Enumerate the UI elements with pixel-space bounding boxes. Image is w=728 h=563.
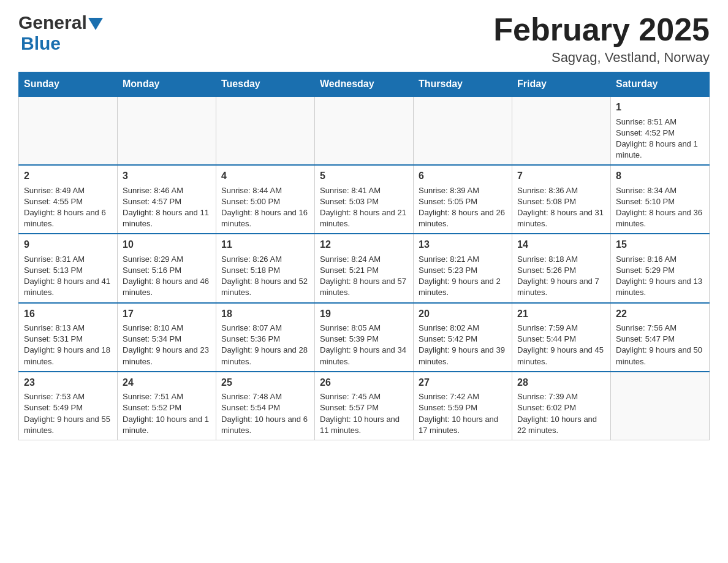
day-number: 23 — [24, 376, 112, 389]
calendar-week-row: 23Sunrise: 7:53 AMSunset: 5:49 PMDayligh… — [19, 372, 710, 440]
calendar-header-row: SundayMondayTuesdayWednesdayThursdayFrid… — [19, 72, 710, 97]
day-info-text: Sunrise: 7:45 AM — [320, 391, 408, 402]
day-info-text: Daylight: 9 hours and 28 minutes. — [221, 345, 309, 367]
day-info-text: Daylight: 8 hours and 57 minutes. — [320, 276, 408, 298]
day-info-text: Sunrise: 7:42 AM — [419, 391, 507, 402]
location-text: Sagvag, Vestland, Norway — [493, 50, 710, 66]
day-number: 21 — [517, 307, 605, 321]
logo-blue-text: Blue — [21, 33, 61, 53]
day-info-text: Daylight: 9 hours and 7 minutes. — [517, 276, 605, 298]
day-info-text: Sunrise: 8:26 AM — [221, 254, 309, 265]
day-info-text: Daylight: 9 hours and 2 minutes. — [419, 276, 507, 298]
day-info-text: Sunset: 5:16 PM — [123, 265, 211, 276]
day-number: 10 — [123, 238, 211, 251]
calendar-cell: 22Sunrise: 7:56 AMSunset: 5:47 PMDayligh… — [611, 303, 710, 372]
day-info-text: Sunset: 5:13 PM — [24, 265, 112, 276]
day-info-text: Sunset: 5:31 PM — [24, 334, 112, 345]
day-number: 22 — [616, 307, 704, 321]
day-number: 15 — [616, 238, 704, 251]
calendar-cell: 7Sunrise: 8:36 AMSunset: 5:08 PMDaylight… — [512, 165, 611, 234]
day-info-text: Sunrise: 7:56 AM — [616, 323, 704, 334]
logo-arrow-icon — [88, 18, 103, 30]
day-number: 1 — [616, 101, 704, 114]
day-info-text: Daylight: 10 hours and 11 minutes. — [320, 414, 408, 436]
day-info-text: Daylight: 8 hours and 6 minutes. — [24, 207, 112, 229]
calendar-cell: 27Sunrise: 7:42 AMSunset: 5:59 PMDayligh… — [414, 372, 512, 440]
day-info-text: Sunset: 4:55 PM — [24, 196, 112, 207]
day-number: 3 — [123, 169, 211, 183]
calendar-cell: 6Sunrise: 8:39 AMSunset: 5:05 PMDaylight… — [414, 165, 512, 234]
weekday-header-saturday: Saturday — [611, 72, 710, 97]
day-info-text: Daylight: 8 hours and 41 minutes. — [24, 276, 112, 298]
calendar-cell: 20Sunrise: 8:02 AMSunset: 5:42 PMDayligh… — [414, 303, 512, 372]
calendar-cell — [512, 96, 611, 165]
day-info-text: Daylight: 10 hours and 1 minute. — [123, 414, 211, 436]
calendar-cell — [611, 372, 710, 440]
calendar-cell: 23Sunrise: 7:53 AMSunset: 5:49 PMDayligh… — [19, 372, 118, 440]
day-info-text: Sunset: 5:52 PM — [123, 402, 211, 413]
day-number: 25 — [221, 376, 309, 389]
day-info-text: Sunset: 5:39 PM — [320, 334, 408, 345]
day-number: 17 — [123, 307, 211, 321]
calendar-cell: 2Sunrise: 8:49 AMSunset: 4:55 PMDaylight… — [19, 165, 118, 234]
day-info-text: Daylight: 8 hours and 46 minutes. — [123, 276, 211, 298]
day-number: 13 — [419, 238, 507, 251]
day-info-text: Sunrise: 7:48 AM — [221, 391, 309, 402]
calendar-cell: 13Sunrise: 8:21 AMSunset: 5:23 PMDayligh… — [414, 234, 512, 302]
day-info-text: Sunset: 5:49 PM — [24, 402, 112, 413]
calendar-cell — [216, 96, 315, 165]
calendar-cell: 15Sunrise: 8:16 AMSunset: 5:29 PMDayligh… — [611, 234, 710, 302]
day-info-text: Sunset: 5:44 PM — [517, 334, 605, 345]
day-info-text: Sunset: 5:29 PM — [616, 265, 704, 276]
day-info-text: Daylight: 8 hours and 52 minutes. — [221, 276, 309, 298]
logo: General Blue — [18, 12, 103, 54]
calendar-cell: 5Sunrise: 8:41 AMSunset: 5:03 PMDaylight… — [315, 165, 414, 234]
day-info-text: Daylight: 9 hours and 34 minutes. — [320, 345, 408, 367]
day-number: 18 — [221, 307, 309, 321]
day-info-text: Sunrise: 8:02 AM — [419, 323, 507, 334]
day-number: 14 — [517, 238, 605, 251]
day-info-text: Sunset: 5:23 PM — [419, 265, 507, 276]
day-info-text: Sunset: 5:36 PM — [221, 334, 309, 345]
day-info-text: Daylight: 8 hours and 1 minute. — [616, 139, 704, 161]
weekday-header-tuesday: Tuesday — [216, 72, 315, 97]
day-info-text: Sunrise: 8:41 AM — [320, 185, 408, 196]
day-info-text: Daylight: 9 hours and 18 minutes. — [24, 345, 112, 367]
day-number: 16 — [24, 307, 112, 321]
day-info-text: Daylight: 9 hours and 23 minutes. — [123, 345, 211, 367]
day-info-text: Sunset: 5:00 PM — [221, 196, 309, 207]
day-number: 19 — [320, 307, 408, 321]
calendar-cell: 9Sunrise: 8:31 AMSunset: 5:13 PMDaylight… — [19, 234, 118, 302]
day-info-text: Sunrise: 7:53 AM — [24, 391, 112, 402]
day-info-text: Daylight: 10 hours and 17 minutes. — [419, 414, 507, 436]
day-info-text: Sunset: 6:02 PM — [517, 402, 605, 413]
day-info-text: Daylight: 8 hours and 16 minutes. — [221, 207, 309, 229]
day-number: 24 — [123, 376, 211, 389]
weekday-header-friday: Friday — [512, 72, 611, 97]
day-info-text: Sunset: 5:47 PM — [616, 334, 704, 345]
day-info-text: Sunset: 4:52 PM — [616, 128, 704, 139]
day-info-text: Sunrise: 8:13 AM — [24, 323, 112, 334]
calendar-week-row: 1Sunrise: 8:51 AMSunset: 4:52 PMDaylight… — [19, 96, 710, 165]
calendar-cell: 11Sunrise: 8:26 AMSunset: 5:18 PMDayligh… — [216, 234, 315, 302]
day-info-text: Sunrise: 8:36 AM — [517, 185, 605, 196]
calendar-cell: 14Sunrise: 8:18 AMSunset: 5:26 PMDayligh… — [512, 234, 611, 302]
day-info-text: Daylight: 9 hours and 39 minutes. — [419, 345, 507, 367]
calendar-cell: 17Sunrise: 8:10 AMSunset: 5:34 PMDayligh… — [118, 303, 216, 372]
day-info-text: Sunrise: 7:51 AM — [123, 391, 211, 402]
day-number: 20 — [419, 307, 507, 321]
calendar-cell: 3Sunrise: 8:46 AMSunset: 4:57 PMDaylight… — [118, 165, 216, 234]
day-number: 5 — [320, 169, 408, 183]
day-number: 7 — [517, 169, 605, 183]
calendar-cell: 8Sunrise: 8:34 AMSunset: 5:10 PMDaylight… — [611, 165, 710, 234]
calendar-cell: 10Sunrise: 8:29 AMSunset: 5:16 PMDayligh… — [118, 234, 216, 302]
day-info-text: Sunrise: 8:51 AM — [616, 117, 704, 128]
day-info-text: Sunrise: 8:24 AM — [320, 254, 408, 265]
weekday-header-wednesday: Wednesday — [315, 72, 414, 97]
day-info-text: Sunrise: 8:18 AM — [517, 254, 605, 265]
day-info-text: Sunrise: 7:39 AM — [517, 391, 605, 402]
calendar-cell: 12Sunrise: 8:24 AMSunset: 5:21 PMDayligh… — [315, 234, 414, 302]
svg-marker-0 — [88, 18, 103, 30]
day-info-text: Sunrise: 8:21 AM — [419, 254, 507, 265]
calendar-cell: 19Sunrise: 8:05 AMSunset: 5:39 PMDayligh… — [315, 303, 414, 372]
